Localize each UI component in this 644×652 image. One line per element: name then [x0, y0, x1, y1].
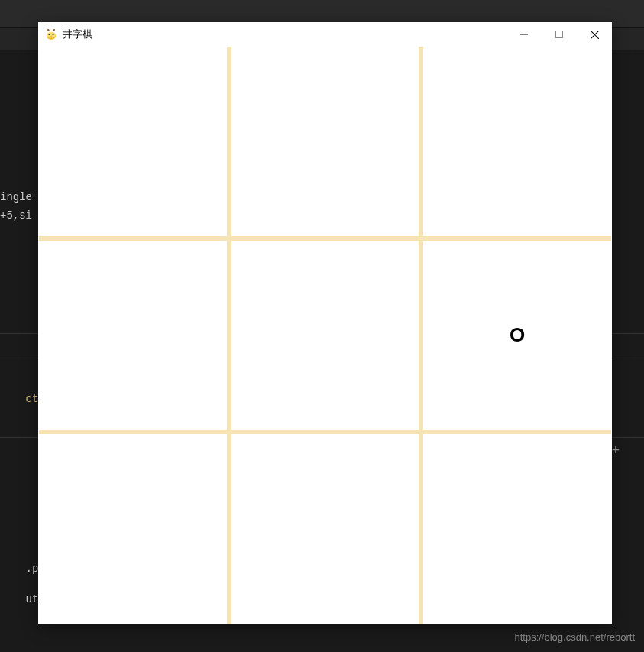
maximize-button[interactable] [542, 22, 577, 47]
minimize-icon [520, 31, 528, 38]
window-title: 井字棋 [63, 28, 92, 41]
svg-point-2 [48, 34, 50, 35]
close-icon [591, 31, 599, 39]
terminal-actions: + [612, 443, 636, 459]
watermark-text: https://blog.csdn.net/rebortt [514, 631, 635, 643]
code-text: +5,si [0, 209, 32, 222]
close-button[interactable] [577, 22, 612, 47]
code-text: ct [26, 393, 39, 405]
cell-1-1[interactable] [231, 241, 419, 430]
app-icon [44, 28, 58, 41]
game-window: 井字棋 [38, 22, 612, 624]
cell-0-1[interactable] [231, 47, 419, 236]
svg-point-4 [50, 37, 53, 38]
board-container: O [38, 47, 612, 624]
cell-2-1[interactable] [231, 434, 419, 624]
svg-point-3 [52, 34, 53, 35]
svg-rect-6 [556, 31, 563, 38]
window-controls [506, 22, 612, 47]
cell-1-0[interactable] [39, 241, 227, 430]
tic-tac-toe-board: O [39, 47, 611, 624]
terminal-add-icon[interactable]: + [612, 443, 620, 459]
cell-2-2[interactable] [423, 434, 611, 624]
window-titlebar[interactable]: 井字棋 [38, 22, 612, 47]
minimize-button[interactable] [506, 22, 542, 47]
code-text: ingle [0, 191, 32, 203]
cell-2-0[interactable] [39, 434, 227, 624]
cell-0-2[interactable] [423, 47, 611, 236]
cell-1-2[interactable]: O [423, 241, 611, 430]
cell-0-0[interactable] [39, 47, 227, 236]
maximize-icon [555, 31, 563, 38]
